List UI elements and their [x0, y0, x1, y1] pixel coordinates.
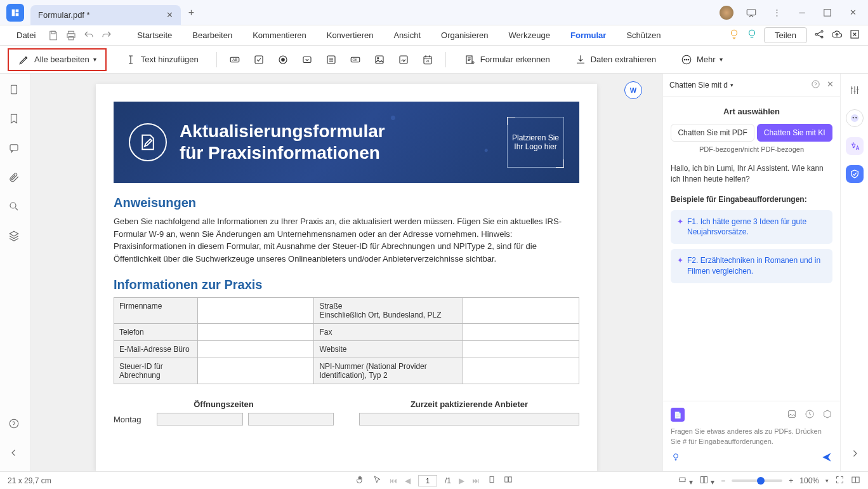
collapse-left-icon[interactable]: [8, 447, 22, 461]
word-export-badge[interactable]: W: [624, 81, 642, 99]
signature-field-icon[interactable]: [397, 53, 410, 66]
user-avatar[interactable]: [720, 6, 733, 20]
color-lightbulb-icon[interactable]: [746, 29, 758, 42]
close-panel-icon[interactable]: ✕: [827, 79, 834, 91]
close-tab-icon[interactable]: ✕: [166, 10, 173, 20]
edit-all-button[interactable]: Alle bearbeiten ▾: [8, 48, 107, 71]
share-button[interactable]: Teilen: [764, 27, 807, 43]
document-tab[interactable]: Formular.pdf * ✕: [30, 5, 181, 25]
expand-icon[interactable]: [849, 29, 860, 42]
read-mode-icon[interactable]: [851, 475, 860, 486]
input-montag-to[interactable]: [248, 413, 334, 425]
date-field-icon[interactable]: 31: [421, 53, 434, 66]
input-provider-1[interactable]: [359, 413, 579, 425]
input-strasse[interactable]: [463, 298, 579, 324]
ai-prompt-2[interactable]: ✦ F2. Erzähltechniken in Romanen und in …: [671, 249, 832, 283]
menu-datei[interactable]: Datei: [8, 28, 44, 43]
input-website[interactable]: [463, 341, 579, 358]
ai-robot-icon[interactable]: [846, 109, 864, 127]
two-page-icon[interactable]: [504, 475, 513, 486]
undo-icon[interactable]: [82, 29, 95, 42]
pdf-attach-icon[interactable]: 📄: [671, 408, 685, 422]
translate-icon[interactable]: [846, 137, 864, 155]
help-circle-icon[interactable]: [811, 79, 820, 91]
image-attach-icon[interactable]: [787, 409, 797, 421]
prev-page-icon[interactable]: ◀: [405, 476, 411, 485]
input-steuerid[interactable]: [198, 358, 314, 384]
attachment-icon[interactable]: [8, 171, 22, 185]
menu-schuetzen[interactable]: Schützen: [617, 28, 669, 43]
input-email[interactable]: [198, 341, 314, 358]
dropdown-icon[interactable]: [301, 53, 313, 66]
menu-werkzeuge[interactable]: Werkzeuge: [500, 28, 560, 43]
image-field-icon[interactable]: [373, 53, 386, 66]
share-graph-icon[interactable]: [813, 29, 825, 42]
lightbulb-icon[interactable]: [728, 29, 740, 42]
history-icon[interactable]: [805, 409, 815, 421]
bookmark-icon[interactable]: [8, 113, 22, 127]
document-viewport[interactable]: W Aktualisierungsformularfür Praxisinfor…: [30, 74, 662, 471]
input-montag-from[interactable]: [157, 413, 243, 425]
menu-konvertieren[interactable]: Konvertieren: [318, 28, 383, 43]
button-field-icon[interactable]: OK: [349, 53, 362, 66]
hint-bulb-icon[interactable]: [671, 452, 681, 464]
chat-icon[interactable]: [744, 5, 759, 20]
menu-organisieren[interactable]: Organisieren: [432, 28, 497, 43]
menu-formular[interactable]: Formular: [562, 28, 615, 43]
close-window-icon[interactable]: ✕: [845, 5, 860, 20]
menu-bearbeiten[interactable]: Bearbeiten: [183, 28, 241, 43]
zoom-level[interactable]: 100%: [799, 476, 819, 485]
menu-ansicht[interactable]: Ansicht: [385, 28, 430, 43]
checkbox-icon[interactable]: [253, 53, 265, 66]
more-icon[interactable]: ⋮: [769, 5, 784, 20]
radio-icon[interactable]: [277, 53, 289, 66]
hand-tool-icon[interactable]: [355, 475, 365, 486]
help-icon[interactable]: [8, 418, 22, 432]
input-firmenname[interactable]: [198, 298, 314, 324]
settings-hex-icon[interactable]: [822, 409, 832, 421]
menu-kommentieren[interactable]: Kommentieren: [244, 28, 315, 43]
layers-icon[interactable]: [8, 230, 22, 244]
input-telefon[interactable]: [198, 324, 314, 341]
redo-icon[interactable]: [100, 29, 113, 42]
recognize-form-button[interactable]: Formular erkennen: [457, 50, 556, 70]
collapse-right-icon[interactable]: [849, 452, 860, 461]
ai-tab-ki[interactable]: Chatten Sie mit KI: [757, 124, 832, 142]
search-icon[interactable]: [8, 201, 22, 215]
check-shield-icon[interactable]: [846, 165, 864, 183]
last-page-icon[interactable]: ⏭: [472, 476, 480, 485]
zoom-out-icon[interactable]: −: [721, 476, 725, 485]
zoom-in-icon[interactable]: +: [789, 476, 793, 485]
fit-width-icon[interactable]: ▾: [678, 475, 693, 486]
first-page-icon[interactable]: ⏮: [390, 476, 397, 485]
next-page-icon[interactable]: ▶: [459, 476, 464, 485]
input-fax[interactable]: [463, 324, 579, 341]
send-icon[interactable]: [821, 452, 832, 465]
zoom-slider[interactable]: [732, 479, 782, 482]
ai-tab-pdf[interactable]: Chatten Sie mit PDF: [671, 124, 754, 142]
more-button[interactable]: Mehr ▾: [674, 50, 729, 70]
page-number-input[interactable]: [418, 475, 437, 486]
ai-input-placeholder[interactable]: Fragen Sie etwas anderes als zu PDFs. Dr…: [671, 427, 832, 446]
sliders-icon[interactable]: [846, 81, 864, 99]
input-npi[interactable]: [463, 358, 579, 384]
cloud-upload-icon[interactable]: [831, 29, 843, 42]
extract-data-button[interactable]: Daten extrahieren: [568, 50, 662, 70]
single-page-icon[interactable]: [487, 475, 496, 486]
listbox-icon[interactable]: [325, 53, 338, 66]
comment-icon[interactable]: [8, 142, 22, 156]
print-icon[interactable]: [65, 29, 77, 42]
select-tool-icon[interactable]: [372, 475, 382, 486]
add-text-button[interactable]: Text hinzufügen: [118, 50, 205, 70]
view-mode-icon[interactable]: ▾: [699, 475, 714, 486]
save-icon[interactable]: [47, 29, 60, 42]
minimize-icon[interactable]: ─: [794, 5, 810, 20]
fullscreen-icon[interactable]: [835, 475, 845, 486]
app-logo[interactable]: [6, 4, 24, 22]
textfield-icon[interactable]: AB: [228, 53, 241, 66]
ai-mode-dropdown[interactable]: Chatten Sie mit d ▾: [669, 81, 733, 90]
thumbnail-icon[interactable]: [8, 84, 22, 98]
menu-startseite[interactable]: Startseite: [128, 28, 181, 43]
ai-prompt-1[interactable]: ✦ F1. Ich hätte gerne 3 Ideen für gute N…: [671, 210, 832, 245]
new-tab-button[interactable]: +: [188, 7, 194, 18]
